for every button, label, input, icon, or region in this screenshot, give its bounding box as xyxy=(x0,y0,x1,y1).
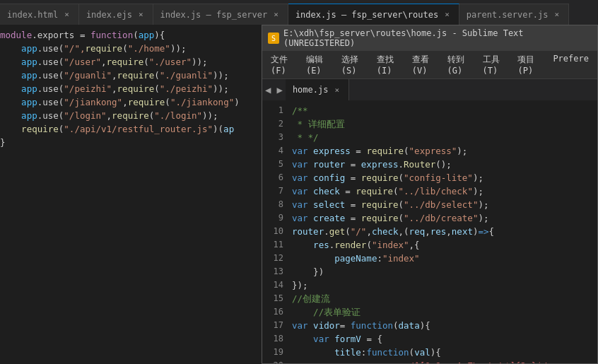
code-line: app.use("/jiankong",require("./jiankong"… xyxy=(0,95,265,109)
line-numbers: 12345 678910 1112131415 1617181920 2122 xyxy=(262,100,288,363)
code-line: require("./api/v1/restful_router.js")(ap xyxy=(0,122,265,136)
tab-parent-server[interactable]: parent.server.js × xyxy=(459,4,569,25)
code-line: /** xyxy=(292,104,597,117)
code-line: pageName:"index" xyxy=(292,252,597,265)
code-area: module.exports = function(app){ app.use(… xyxy=(0,25,265,153)
tab-index-js-fsp[interactable]: index.js — fsp_server × xyxy=(153,4,288,25)
sublime-titlebar: S E:\xdh\fsp_server\routes\home.js - Sub… xyxy=(262,25,597,51)
code-line: app.use("/peizhi",require("./peizhi")); xyxy=(0,82,265,95)
sublime-tab-label: home.js xyxy=(293,85,329,95)
tab-close[interactable]: × xyxy=(62,9,71,20)
tab-index-js-routes[interactable]: index.js — fsp_server\routes × xyxy=(288,4,459,25)
tab-close[interactable]: × xyxy=(136,9,146,20)
menu-prefer[interactable]: Prefere xyxy=(547,52,594,77)
code-line: router.get("/",check,(req,res,next)=>{ xyxy=(292,225,597,238)
menu-project[interactable]: 项目(P) xyxy=(512,52,547,77)
code-line: }); xyxy=(292,278,597,292)
menu-tools[interactable]: 工具(T) xyxy=(477,52,512,77)
code-line: } xyxy=(0,136,265,149)
tab-label: index.ejs xyxy=(86,10,132,20)
main-area: module.exports = function(app){ app.use(… xyxy=(0,25,598,364)
code-line: app.use("/guanli",require("./guanli")); xyxy=(0,69,265,82)
code-line: var config = require("config-lite"); xyxy=(292,171,597,184)
tab-label: index.html xyxy=(7,10,58,20)
sublime-tab-home[interactable]: home.js × xyxy=(286,79,349,100)
code-line: var formV = { xyxy=(292,332,597,346)
menu-select[interactable]: 选择(S) xyxy=(336,52,371,77)
code-line: //创建流 xyxy=(292,292,597,305)
sublime-title: E:\xdh\fsp_server\routes\home.js - Subli… xyxy=(283,28,592,48)
tab-label: index.js — fsp_server\routes xyxy=(295,10,438,20)
code-line: //表单验证 xyxy=(292,305,597,319)
tab-close[interactable]: × xyxy=(442,9,452,20)
tab-close[interactable]: × xyxy=(332,85,341,95)
tab-close[interactable]: × xyxy=(552,9,561,20)
sublime-window: S E:\xdh\fsp_server\routes\home.js - Sub… xyxy=(262,25,598,364)
code-line: var rex = /^[0-9a-zA-Z\-_\.\*]{2,}$/ xyxy=(292,359,597,363)
code-line: var router = express.Router(); xyxy=(292,158,597,171)
code-line: var check = require("../lib/check"); xyxy=(292,184,597,198)
left-editor: module.exports = function(app){ app.use(… xyxy=(0,25,265,364)
code-line: app.use("/login",require("./login")); xyxy=(0,109,265,122)
nav-next[interactable]: ▶ xyxy=(274,84,285,95)
code-line: * */ xyxy=(292,131,597,144)
menu-edit[interactable]: 编辑(E) xyxy=(300,52,336,77)
tab-bar: index.html × index.ejs × index.js — fsp_… xyxy=(0,0,598,25)
code-line: app.use("/",require("./home")); xyxy=(0,42,265,55)
menu-view[interactable]: 查看(V) xyxy=(406,52,442,77)
code-line: module.exports = function(app){ xyxy=(0,28,265,42)
menu-file[interactable]: 文件(F) xyxy=(265,52,300,77)
tab-close[interactable]: × xyxy=(271,9,281,20)
sublime-tabbar: ◀ ▶ home.js × xyxy=(262,79,597,100)
tab-label: index.js — fsp_server xyxy=(160,10,268,20)
code-line: var create = require("../db/create"); xyxy=(292,211,597,225)
sublime-icon: S xyxy=(268,33,279,44)
code-content: /** * 详细配置 * */ var express = require("e… xyxy=(292,100,597,363)
code-line: var select = require("../db/select"); xyxy=(292,198,597,211)
code-line: var express = require("express"); xyxy=(292,144,597,158)
sublime-menubar: 文件(F) 编辑(E) 选择(S) 查找(I) 查看(V) 转到(G) 工具(T… xyxy=(262,51,597,79)
menu-find[interactable]: 查找(I) xyxy=(371,52,406,77)
menu-goto[interactable]: 转到(G) xyxy=(442,52,477,77)
code-line: app.use("/user",require("./user")); xyxy=(0,55,265,69)
code-line: }) xyxy=(292,265,597,278)
nav-prev[interactable]: ◀ xyxy=(262,84,274,95)
code-line: title:function(val){ xyxy=(292,346,597,359)
tab-index-html[interactable]: index.html × xyxy=(0,4,79,25)
code-line: * 详细配置 xyxy=(292,117,597,131)
code-line: res.render("index",{ xyxy=(292,238,597,252)
code-line: var vidor= function(data){ xyxy=(292,319,597,332)
sublime-content: 12345 678910 1112131415 1617181920 2122 … xyxy=(262,100,597,363)
tab-label: parent.server.js xyxy=(467,10,549,20)
tab-index-ejs[interactable]: index.ejs × xyxy=(79,4,153,25)
